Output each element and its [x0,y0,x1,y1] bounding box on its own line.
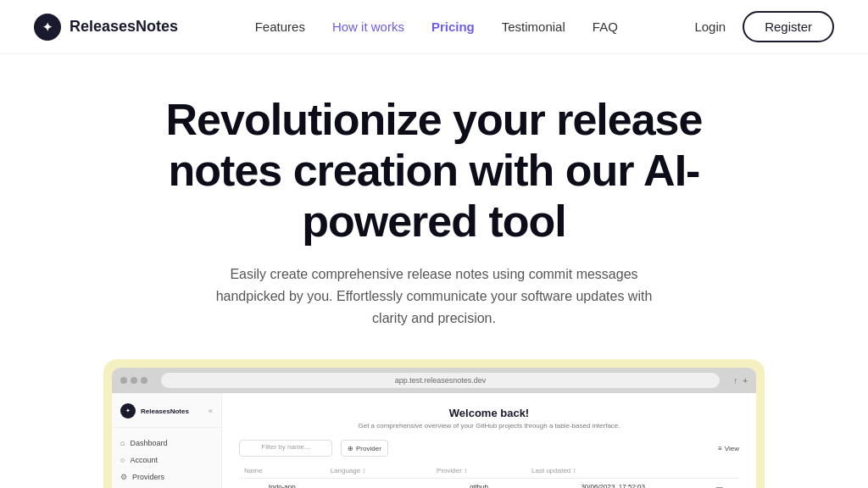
logo[interactable]: ✦ ReleasesNotes [34,14,178,41]
filter-input[interactable]: Filter by name... [239,440,332,457]
sidebar-logo-row: ✦ ReleasesNotes « [112,403,221,428]
col-action [699,463,739,479]
navbar: ✦ ReleasesNotes Features How it works Pr… [0,0,868,54]
sidebar-label-dashboard: Dashboard [130,439,167,447]
col-last-updated[interactable]: Last updated ↕ [526,463,699,479]
app-content: ✦ ReleasesNotes « ⌂ Dashboard ○ Account [112,393,756,488]
cell-provider: github [431,479,526,488]
welcome-subtitle: Get a comprehensive overview of your Git… [239,422,739,430]
cell-last-updated: 30/06/2023, 17:52:03 [526,479,699,488]
url-text: app.test.releasesnotes.dev [395,376,487,385]
logo-icon: ✦ [34,14,61,41]
hero-subtext: Easily create comprehensive release note… [197,263,671,329]
sidebar-item-dashboard[interactable]: ⌂ Dashboard [112,435,221,452]
app-sidebar: ✦ ReleasesNotes « ⌂ Dashboard ○ Account [112,393,222,488]
sidebar-label-account: Account [130,456,158,464]
col-provider[interactable]: Provider ↕ [431,463,526,479]
register-button[interactable]: Register [743,11,834,42]
share-icon: ↑ [733,376,737,385]
browser-controls: ↑ + [733,376,748,385]
dot-2 [131,377,137,384]
table-row: todo-app github 30/06/2023, 17:52:03 — [239,479,739,488]
table-toolbar: Filter by name... ⊕ Provider ≡ View [239,440,739,457]
sidebar-logo-icon: ✦ [120,403,136,419]
cell-language [326,479,431,488]
hero-section: Revolutionize your release notes creatio… [0,54,868,488]
browser-dots [120,377,147,384]
view-toggle-button[interactable]: ≡ View [718,445,739,452]
add-tab-icon: + [743,376,748,385]
logo-text: ReleasesNotes [70,18,178,36]
login-button[interactable]: Login [694,19,726,34]
nav-faq[interactable]: FAQ [593,19,618,34]
nav-testimonial[interactable]: Testimonial [502,19,565,34]
nav-features[interactable]: Features [255,19,305,34]
nav-how-it-works[interactable]: How it works [332,19,404,34]
browser-bar: app.test.releasesnotes.dev ↑ + [112,368,756,393]
account-icon: ○ [120,456,125,464]
cell-name: todo-app [239,479,326,488]
providers-icon: ⚙ [120,473,127,481]
sidebar-collapse-icon[interactable]: « [209,407,213,415]
browser-chrome: app.test.releasesnotes.dev ↑ + ✦ Release… [112,368,756,488]
sidebar-label-providers: Providers [132,473,164,481]
nav-pricing[interactable]: Pricing [431,19,475,34]
view-icon: ≡ [718,445,722,452]
provider-filter-button[interactable]: ⊕ Provider [341,440,388,457]
nav-links: Features How it works Pricing Testimonia… [255,19,618,35]
welcome-title: Welcome back! [239,407,739,419]
nav-actions: Login Register [694,11,834,42]
sidebar-logo-text: ReleasesNotes [141,408,189,415]
col-language[interactable]: Language ↕ [326,463,431,479]
browser-url-bar: app.test.releasesnotes.dev [161,373,720,388]
col-name[interactable]: Name [239,463,326,479]
projects-table: Name Language ↕ Provider ↕ Last updated … [239,463,739,488]
sidebar-item-providers[interactable]: ⚙ Providers [112,469,221,485]
dot-1 [120,377,127,384]
sidebar-item-account[interactable]: ○ Account [112,452,221,469]
dashboard-icon: ⌂ [120,439,125,447]
cell-action[interactable]: — [699,479,739,488]
hero-heading: Revolutionize your release notes creatio… [137,95,731,247]
main-panel: Welcome back! Get a comprehensive overvi… [222,393,756,488]
app-preview: app.test.releasesnotes.dev ↑ + ✦ Release… [103,359,765,488]
provider-icon: ⊕ [348,445,353,452]
dot-3 [141,377,147,384]
